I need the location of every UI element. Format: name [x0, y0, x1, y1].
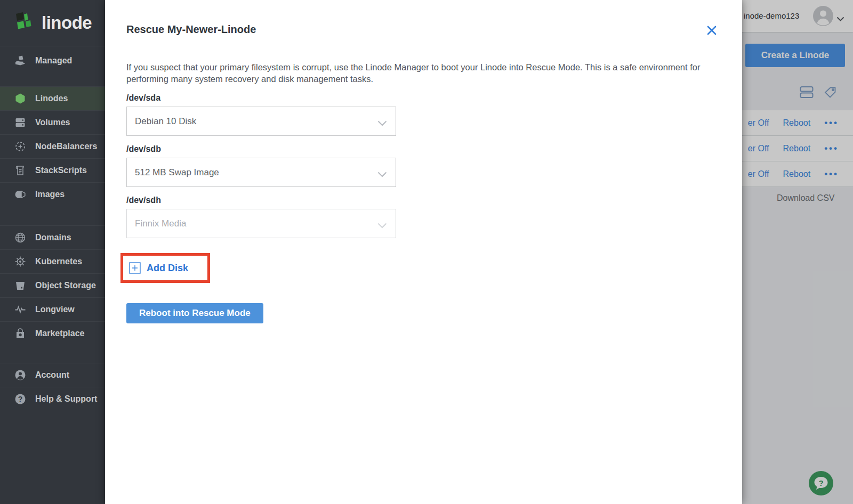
rescue-modal: Rescue My-Newer-Linode If you suspect th…	[105, 0, 742, 504]
sidebar-item-help-support[interactable]: ? Help & Support	[0, 387, 105, 411]
sidebar-item-label: Help & Support	[35, 394, 97, 404]
dev-sda-select[interactable]: Debian 10 Disk	[126, 107, 396, 136]
chevron-down-icon	[377, 221, 387, 231]
sidebar: linode Managed Linodes Volum	[0, 0, 105, 504]
modal-description: If you suspect that your primary filesys…	[126, 61, 721, 85]
linode-logo[interactable]: linode	[0, 0, 105, 46]
kubernetes-icon	[14, 255, 27, 268]
select-value: Debian 10 Disk	[135, 116, 196, 127]
managed-icon	[14, 54, 27, 67]
marketplace-icon	[14, 327, 27, 340]
close-button[interactable]	[705, 23, 719, 37]
plus-square-icon	[129, 262, 141, 274]
domains-icon	[14, 231, 27, 244]
add-disk-label: Add Disk	[147, 263, 188, 274]
help-icon: ?	[14, 393, 27, 405]
dev-sdh-select-disabled: Finnix Media	[126, 209, 396, 238]
sidebar-item-longview[interactable]: Longview	[0, 297, 105, 321]
chevron-down-icon	[377, 119, 387, 128]
svg-text:?: ?	[18, 395, 23, 403]
sidebar-item-label: NodeBalancers	[35, 142, 98, 151]
sidebar-item-account[interactable]: Account	[0, 363, 105, 387]
sidebar-spacer	[0, 345, 105, 363]
sidebar-item-label: Managed	[35, 56, 72, 66]
object-storage-icon	[14, 279, 27, 292]
sidebar-item-linodes[interactable]: Linodes	[0, 86, 105, 110]
annotation-highlight-add-disk: Add Disk	[120, 253, 210, 283]
sidebar-item-managed[interactable]: Managed	[0, 46, 105, 75]
longview-icon	[14, 303, 27, 316]
modal-title: Rescue My-Newer-Linode	[126, 0, 721, 36]
sidebar-item-volumes[interactable]: Volumes	[0, 110, 105, 134]
sidebar-item-label: Kubernetes	[35, 257, 82, 266]
images-icon	[14, 188, 27, 201]
account-icon	[14, 369, 27, 381]
sidebar-item-label: Marketplace	[35, 329, 85, 338]
chevron-down-icon	[377, 170, 387, 180]
sidebar-item-stackscripts[interactable]: StackScripts	[0, 158, 105, 182]
logo-wordmark: linode	[42, 13, 92, 33]
sidebar-item-object-storage[interactable]: Object Storage	[0, 273, 105, 297]
field-dev-sdb: /dev/sdb 512 MB Swap Image	[126, 144, 721, 187]
linodes-icon	[14, 92, 27, 105]
volumes-icon	[14, 116, 27, 129]
sidebar-item-label: Linodes	[35, 94, 68, 103]
field-dev-sda: /dev/sda Debian 10 Disk	[126, 93, 721, 136]
sidebar-item-label: Object Storage	[35, 281, 96, 290]
sidebar-spacer	[0, 206, 105, 225]
add-disk-button[interactable]: Add Disk	[129, 262, 188, 274]
field-label: /dev/sda	[126, 93, 721, 103]
sidebar-item-nodebalancers[interactable]: NodeBalancers	[0, 134, 105, 158]
sidebar-item-images[interactable]: Images	[0, 182, 105, 206]
sidebar-spacer	[0, 75, 105, 86]
dev-sdb-select[interactable]: 512 MB Swap Image	[126, 158, 396, 187]
sidebar-item-label: Account	[35, 370, 69, 380]
sidebar-item-label: Domains	[35, 233, 71, 242]
reboot-into-rescue-mode-button[interactable]: Reboot into Rescue Mode	[126, 303, 263, 323]
field-dev-sdh: /dev/sdh Finnix Media	[126, 196, 721, 238]
field-label: /dev/sdh	[126, 196, 721, 205]
close-icon	[706, 25, 718, 36]
sidebar-item-label: Images	[35, 190, 65, 199]
select-value: 512 MB Swap Image	[135, 167, 219, 178]
linode-logo-icon	[13, 12, 35, 34]
sidebar-item-label: StackScripts	[35, 166, 87, 175]
sidebar-item-label: Volumes	[35, 118, 70, 127]
stackscripts-icon	[14, 164, 27, 177]
sidebar-item-domains[interactable]: Domains	[0, 225, 105, 249]
submit-label: Reboot into Rescue Mode	[139, 308, 251, 318]
sidebar-item-kubernetes[interactable]: Kubernetes	[0, 249, 105, 273]
sidebar-item-marketplace[interactable]: Marketplace	[0, 321, 105, 345]
field-label: /dev/sdb	[126, 144, 721, 154]
select-value: Finnix Media	[135, 218, 186, 229]
sidebar-item-label: Longview	[35, 305, 75, 314]
nodebalancers-icon	[14, 140, 27, 153]
